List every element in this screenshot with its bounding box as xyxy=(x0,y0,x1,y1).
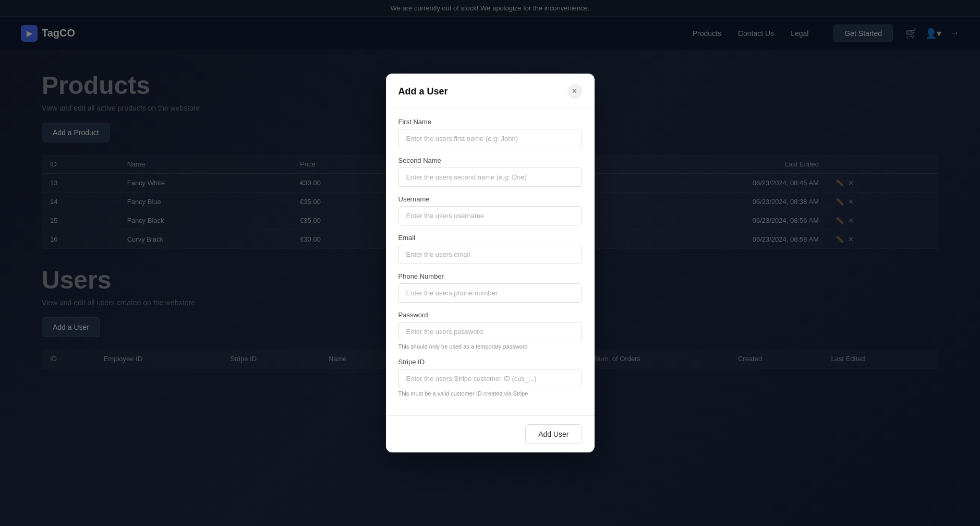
second-name-group: Second Name xyxy=(398,157,582,187)
username-label: Username xyxy=(398,195,582,203)
email-input[interactable] xyxy=(398,245,582,264)
modal-header: Add a User × xyxy=(386,74,595,107)
second-name-label: Second Name xyxy=(398,157,582,164)
phone-group: Phone Number xyxy=(398,272,582,303)
modal-title: Add a User xyxy=(398,86,448,97)
modal-body: First Name Second Name Username Email Ph… xyxy=(386,107,595,415)
email-group: Email xyxy=(398,234,582,264)
modal-footer: Add User xyxy=(386,415,595,452)
stripe-id-group: Stripe ID This must be a valid customer … xyxy=(398,358,582,397)
stripe-id-label: Stripe ID xyxy=(398,358,582,366)
stripe-id-hint: This must be a valid customer ID created… xyxy=(398,390,582,397)
second-name-input[interactable] xyxy=(398,168,582,187)
add-user-submit-button[interactable]: Add User xyxy=(525,424,582,444)
password-input[interactable] xyxy=(398,322,582,341)
first-name-label: First Name xyxy=(398,118,582,126)
phone-label: Phone Number xyxy=(398,272,582,280)
modal-overlay: Add a User × First Name Second Name User… xyxy=(0,0,980,526)
add-user-modal: Add a User × First Name Second Name User… xyxy=(386,74,595,452)
email-label: Email xyxy=(398,234,582,242)
username-input[interactable] xyxy=(398,206,582,225)
password-label: Password xyxy=(398,311,582,319)
username-group: Username xyxy=(398,195,582,225)
phone-input[interactable] xyxy=(398,283,582,303)
modal-close-button[interactable]: × xyxy=(567,84,582,99)
first-name-group: First Name xyxy=(398,118,582,148)
first-name-input[interactable] xyxy=(398,129,582,148)
stripe-id-input[interactable] xyxy=(398,369,582,388)
password-group: Password This should only be used as a t… xyxy=(398,311,582,350)
password-hint: This should only be used as a temporary … xyxy=(398,343,582,350)
